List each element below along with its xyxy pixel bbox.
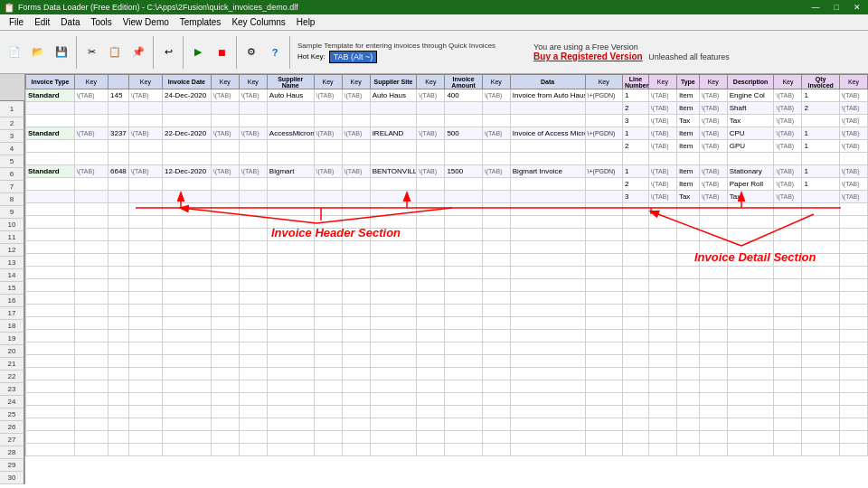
cell-type-r4[interactable]: Tax	[676, 115, 699, 127]
cell-desc-r5[interactable]: CPU	[727, 127, 774, 140]
cell-tab8-r2[interactable]: \(TAB)	[482, 89, 510, 102]
cell-r3-11[interactable]	[370, 102, 417, 115]
cell-key-qty-r2[interactable]: \(TAB)	[839, 89, 867, 102]
menu-key-columns[interactable]: Key Columns	[226, 15, 290, 29]
table-row[interactable]: Standard \(TAB) 6648 \(TAB) 12-Dec-2020 …	[26, 165, 868, 178]
cell-type-r2[interactable]: Item	[676, 89, 699, 102]
cell-r6-2[interactable]	[74, 140, 108, 153]
cell-key-type-r6[interactable]: \(TAB)	[699, 140, 727, 153]
cell-desc-r8[interactable]: Stationary	[727, 165, 774, 178]
cell-linenum-r3[interactable]: 2	[622, 102, 648, 115]
table-row[interactable]	[26, 229, 868, 241]
cell-tab5-r8[interactable]: \(TAB)	[314, 165, 342, 178]
maximize-button[interactable]: □	[831, 3, 843, 12]
cell-r4-14[interactable]	[482, 115, 510, 127]
cell-r6-10[interactable]	[342, 140, 370, 153]
cell-key-qty-r8[interactable]: \(TAB)	[839, 165, 867, 178]
cell-key-desc-r2[interactable]: \(TAB)	[774, 89, 802, 102]
cell-r3-3[interactable]	[108, 102, 129, 115]
cell-r3-15[interactable]	[510, 102, 585, 115]
cell-qty-r8[interactable]: 1	[802, 165, 839, 178]
cell-num-r2[interactable]: 145	[108, 89, 129, 102]
cell-tab4-r8[interactable]: \(TAB)	[239, 165, 267, 178]
cell-linenum-r8[interactable]: 1	[622, 165, 648, 178]
cell-pgdn-r5[interactable]: \+(PGDN)	[585, 127, 622, 140]
table-row[interactable]	[26, 444, 868, 456]
cell-r4-12[interactable]	[417, 115, 445, 127]
cell-key-qty-r3[interactable]: \(TAB)	[839, 102, 867, 115]
cell-pgdn-r2[interactable]: \+(PGDN)	[585, 89, 622, 102]
cell-desc-r4[interactable]: Tax	[727, 115, 774, 127]
minimize-button[interactable]: —	[808, 3, 824, 12]
cell-r6-15[interactable]	[510, 140, 585, 153]
table-row[interactable]	[26, 355, 868, 368]
cell-key-ln-r5[interactable]: \(TAB)	[648, 127, 676, 140]
cell-key-desc-r5[interactable]: \(TAB)	[774, 127, 802, 140]
cell-r3-12[interactable]	[417, 102, 445, 115]
table-row[interactable]	[26, 431, 868, 444]
cell-type-r10[interactable]: Tax	[676, 191, 699, 203]
table-row[interactable]: Standard \(TAB) 3237 \(TAB) 22-Dec-2020 …	[26, 127, 868, 140]
cell-key-ln-r2[interactable]: \(TAB)	[648, 89, 676, 102]
table-row[interactable]	[26, 254, 868, 267]
cell-r4-16[interactable]	[585, 115, 622, 127]
table-row[interactable]: Standard \(TAB) 145 \(TAB) 24-Dec-2020 \…	[26, 89, 868, 102]
cell-tab2-r2[interactable]: \(TAB)	[128, 89, 162, 102]
data-table[interactable]: Invoice Type Key Key Invoice Date Key Ke…	[25, 74, 868, 456]
cut-button[interactable]: ✂	[80, 42, 102, 62]
cell-key-r4[interactable]: \(TAB)	[648, 115, 676, 127]
cell-r4-13[interactable]	[445, 115, 482, 127]
cell-site-r2[interactable]: Auto Haus	[370, 89, 417, 102]
table-row[interactable]: 2 \(TAB) Item \(TAB) Paper Roll \(TAB) 1…	[26, 178, 868, 191]
table-row[interactable]	[26, 380, 868, 393]
cell-invoice-type-r2[interactable]: Standard	[26, 89, 75, 102]
close-button[interactable]: ✕	[850, 3, 864, 12]
table-row[interactable]	[26, 292, 868, 305]
cell-r4-3[interactable]	[108, 115, 129, 127]
cell-qty-r5[interactable]: 1	[802, 127, 839, 140]
cell-linenum-r6[interactable]: 2	[622, 140, 648, 153]
cell-supplier-r5[interactable]: AccessMicron	[267, 127, 314, 140]
cell-r4-6[interactable]	[211, 115, 239, 127]
undo-button[interactable]: ↩	[157, 42, 179, 62]
cell-linenum-r4[interactable]: 3	[622, 115, 648, 127]
cell-key-qty-r4[interactable]: \(TAB)	[839, 115, 867, 127]
cell-tab7-r8[interactable]: \(TAB)	[417, 165, 445, 178]
cell-tab5-r5[interactable]: \(TAB)	[314, 127, 342, 140]
cell-r6-16[interactable]	[585, 140, 622, 153]
cell-r4-5[interactable]	[163, 115, 212, 127]
cell-data-r2[interactable]: Invoice from Auto Haus	[510, 89, 585, 102]
menu-data[interactable]: Data	[55, 15, 85, 29]
cell-key-qty-r5[interactable]: \(TAB)	[839, 127, 867, 140]
cell-linenum-r10[interactable]: 3	[622, 191, 648, 203]
table-row[interactable]	[26, 267, 868, 279]
cell-tab4-r2[interactable]: \(TAB)	[239, 89, 267, 102]
cell-linenum-r5[interactable]: 1	[622, 127, 648, 140]
cell-linenum-r9[interactable]: 2	[622, 178, 648, 191]
cell-tab4-r5[interactable]: \(TAB)	[239, 127, 267, 140]
cell-tab7-r2[interactable]: \(TAB)	[417, 89, 445, 102]
cell-r6-13[interactable]	[445, 140, 482, 153]
table-row[interactable]: 2 \(TAB) Item \(TAB) Shaft \(TAB) 2 \(TA…	[26, 102, 868, 115]
cell-amount-r2[interactable]: 400	[445, 89, 482, 102]
cell-site-r8[interactable]: BENTONVILLE	[370, 165, 417, 178]
cell-tab6-r2[interactable]: \(TAB)	[342, 89, 370, 102]
cell-desc-r10[interactable]: Tax	[727, 191, 774, 203]
cell-tab-r5[interactable]: \(TAB)	[74, 127, 108, 140]
hotkey-value[interactable]: TAB (Alt ~)	[329, 51, 378, 63]
cell-key-desc-r4[interactable]: \(TAB)	[774, 115, 802, 127]
cell-r4-7[interactable]	[239, 115, 267, 127]
cell-tab8-r8[interactable]: \(TAB)	[482, 165, 510, 178]
cell-key-ln-r8[interactable]: \(TAB)	[648, 165, 676, 178]
cell-key-qty-r10[interactable]: \(TAB)	[839, 191, 867, 203]
cell-qty-r2[interactable]: 1	[802, 89, 839, 102]
cell-invoice-type-r8[interactable]: Standard	[26, 165, 75, 178]
cell-pgdn-r8[interactable]: \+(PGDN)	[585, 165, 622, 178]
cell-r3-4[interactable]	[128, 102, 162, 115]
cell-key-r6[interactable]: \(TAB)	[648, 140, 676, 153]
cell-r3-7[interactable]	[239, 102, 267, 115]
config-button[interactable]: ⚙	[241, 42, 262, 62]
cell-type-r8[interactable]: Item	[676, 165, 699, 178]
cell-invoice-type-r5[interactable]: Standard	[26, 127, 75, 140]
menu-templates[interactable]: Templates	[175, 15, 227, 29]
